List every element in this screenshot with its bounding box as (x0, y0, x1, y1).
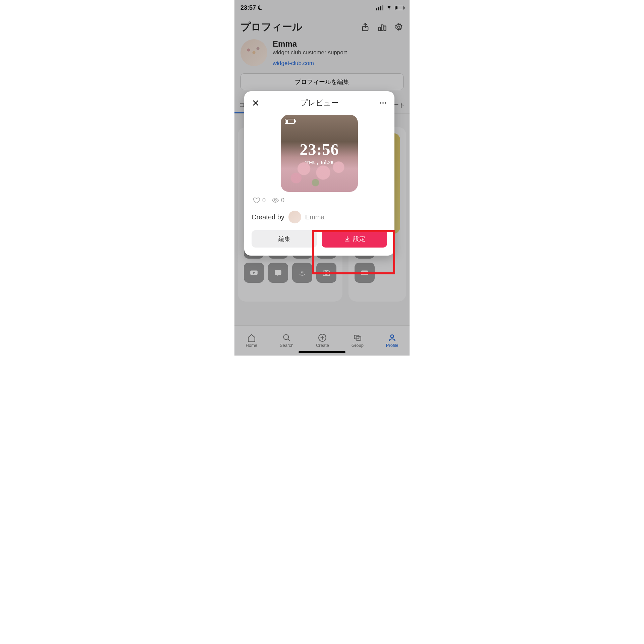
close-icon[interactable] (252, 99, 260, 107)
svg-point-23 (380, 102, 381, 104)
views-stat[interactable]: 0 (272, 197, 284, 204)
preview-modal: プレビュー 23:56 THU, Jul.28 0 0 Created by E… (244, 91, 394, 256)
edit-button[interactable]: 編集 (252, 230, 317, 248)
download-icon (344, 235, 351, 242)
more-icon[interactable] (379, 99, 387, 107)
preview-date: THU, Jul.28 (281, 160, 358, 166)
svg-point-24 (382, 102, 384, 104)
preview-time: 23:56 (281, 140, 358, 159)
widget-preview: 23:56 THU, Jul.28 (281, 115, 358, 192)
set-button[interactable]: 設定 (322, 230, 387, 248)
svg-point-25 (385, 102, 386, 104)
created-by-row: Created by Emma (252, 211, 387, 223)
created-by-label: Created by (252, 213, 284, 221)
svg-point-26 (274, 199, 276, 201)
creator-avatar[interactable] (288, 211, 301, 223)
stats-row: 0 0 (253, 197, 386, 204)
likes-stat[interactable]: 0 (253, 197, 266, 204)
creator-name[interactable]: Emma (305, 213, 325, 221)
eye-icon (272, 197, 279, 204)
heart-icon (253, 197, 260, 204)
preview-battery-icon (285, 119, 295, 124)
modal-title: プレビュー (300, 98, 338, 108)
